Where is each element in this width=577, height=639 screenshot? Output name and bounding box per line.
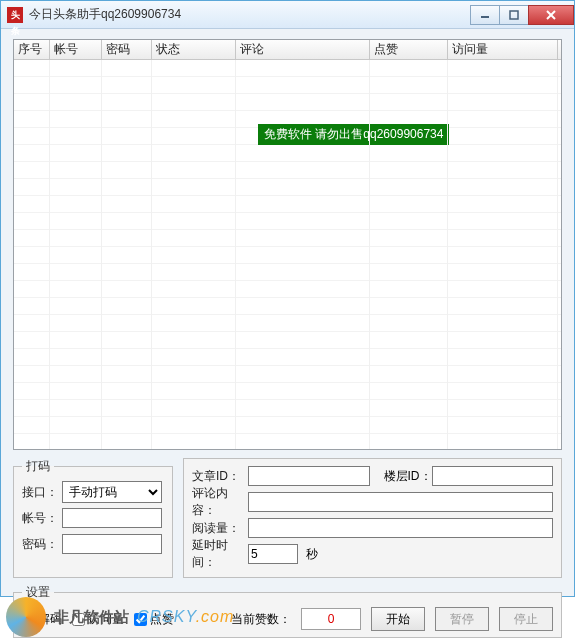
comment-input[interactable] [248,492,553,512]
svg-rect-1 [510,11,518,19]
reads-label: 阅读量： [192,520,248,537]
column-header[interactable]: 评论 [236,40,370,59]
pause-button[interactable]: 暂停 [435,607,489,631]
like-checkbox[interactable] [134,613,147,626]
checkbox-decode[interactable]: 解码 [22,611,62,628]
accounts-grid[interactable]: 序号帐号密码状态评论点赞访问量 免费软件 请勿出售qq2609906734 [13,39,562,450]
decode-label: 解码 [38,611,62,628]
dama-legend: 打码 [22,458,54,475]
dama-fieldset: 打码 接口： 手动打码 帐号： 密码： [13,458,173,578]
column-header[interactable]: 帐号 [50,40,102,59]
titlebar: 头条 今日头条助手qq2609906734 [1,1,574,29]
grid-header: 序号帐号密码状态评论点赞访问量 [14,40,561,60]
article-id-input[interactable] [248,466,370,486]
interface-label: 接口： [22,484,62,501]
views-label: 访问量 [88,611,124,628]
column-header[interactable]: 密码 [102,40,152,59]
settings-fieldset: 设置 解码 访问量 点赞 当前赞数： 0 开始 暂停 停止 [13,584,562,638]
dama-password-input[interactable] [62,534,162,554]
views-checkbox[interactable] [72,613,85,626]
reads-input[interactable] [248,518,553,538]
column-header[interactable]: 访问量 [448,40,558,59]
column-header[interactable]: 状态 [152,40,236,59]
checkbox-views[interactable]: 访问量 [72,611,124,628]
current-likes-value: 0 [301,608,361,630]
floor-id-input[interactable] [432,466,554,486]
decode-checkbox[interactable] [22,613,35,626]
column-header[interactable]: 序号 [14,40,50,59]
grid-body: 免费软件 请勿出售qq2609906734 [14,60,561,449]
article-fieldset: 文章ID： 楼层ID： 评论内容： 阅读量： 延时时间： 秒 [183,458,562,578]
dama-account-label: 帐号： [22,510,62,527]
delay-input[interactable] [248,544,298,564]
app-icon: 头条 [7,7,23,23]
floor-id-label: 楼层ID： [384,468,432,485]
minimize-button[interactable] [470,5,500,25]
dama-password-label: 密码： [22,536,62,553]
window-title: 今日头条助手qq2609906734 [29,6,471,23]
stop-button[interactable]: 停止 [499,607,553,631]
start-button[interactable]: 开始 [371,607,425,631]
dama-account-input[interactable] [62,508,162,528]
close-button[interactable] [528,5,574,25]
watermark-banner: 免费软件 请勿出售qq2609906734 [258,124,449,145]
checkbox-like[interactable]: 点赞 [134,611,174,628]
column-header[interactable]: 点赞 [370,40,448,59]
current-likes-label: 当前赞数： [231,611,291,628]
client-area: 序号帐号密码状态评论点赞访问量 免费软件 请勿出售qq2609906734 打码… [1,29,574,639]
article-id-label: 文章ID： [192,468,248,485]
delay-label: 延时时间： [192,537,248,571]
interface-select[interactable]: 手动打码 [62,481,162,503]
comment-label: 评论内容： [192,485,248,519]
maximize-button[interactable] [499,5,529,25]
window-controls [471,5,574,25]
delay-unit: 秒 [306,546,318,563]
lower-panels: 打码 接口： 手动打码 帐号： 密码： 文章ID： [13,458,562,578]
like-label: 点赞 [150,611,174,628]
app-window: 头条 今日头条助手qq2609906734 序号帐号密码状态评论点赞访问量 免费… [0,0,575,597]
settings-legend: 设置 [22,584,54,601]
